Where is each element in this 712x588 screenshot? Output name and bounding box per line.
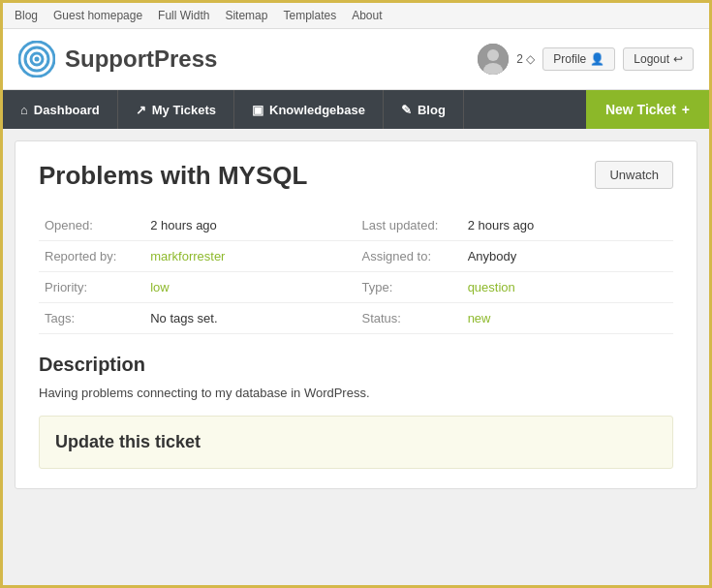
content-area: Problems with MYSQL Unwatch Opened: 2 ho… [15,140,697,489]
nav-dashboard[interactable]: ⌂ Dashboard [3,90,118,129]
logout-icon: ↩ [673,52,683,66]
opened-label: Opened: [39,210,144,241]
detail-row-reporter: Reported by: markforrester Assigned to: … [39,241,673,272]
detail-row-priority: Priority: low Type: question [39,272,673,303]
dashboard-icon: ⌂ [20,103,28,117]
topnav-full-width[interactable]: Full Width [158,9,209,22]
status-label: Status: [356,303,461,334]
tickets-icon: ↗ [136,103,146,117]
topnav-templates[interactable]: Templates [283,9,336,22]
topnav-sitemap[interactable]: Sitemap [225,9,267,22]
update-box: Update this ticket [39,416,673,469]
logout-button[interactable]: Logout ↩ [623,47,694,71]
topnav-about[interactable]: About [352,9,382,22]
blog-icon: ✎ [401,103,412,117]
type-label: Type: [356,272,461,303]
opened-value: 2 hours ago [144,210,356,241]
profile-button[interactable]: Profile 👤 [542,47,615,71]
topnav-blog[interactable]: Blog [15,9,38,22]
unwatch-button[interactable]: Unwatch [595,161,673,189]
profile-icon: 👤 [590,52,604,66]
knowledge-icon: ▣ [252,103,263,117]
user-area: 2 ◇ Profile 👤 Logout ↩ [478,44,694,75]
reported-by-value[interactable]: markforrester [144,241,356,272]
last-updated-value: 2 hours ago [462,210,673,241]
nav-my-tickets[interactable]: ↗ My Tickets [118,90,234,129]
status-value: new [462,303,673,334]
main-nav: ⌂ Dashboard ↗ My Tickets ▣ Knowledgebase… [3,90,709,129]
update-box-title: Update this ticket [55,432,657,452]
detail-row-tags: Tags: No tags set. Status: new [39,303,673,334]
nav-blog[interactable]: ✎ Blog [384,90,464,129]
notification-count: 2 ◇ [516,52,535,66]
reported-by-label: Reported by: [39,241,144,272]
logo-icon [18,41,55,77]
plus-icon: + [682,102,690,117]
ticket-header: Problems with MYSQL Unwatch [39,161,673,191]
logo-area: SupportPress [18,41,217,77]
priority-label: Priority: [39,272,144,303]
header: SupportPress 2 ◇ Profile 👤 Logout ↩ [3,29,709,90]
logo-text: SupportPress [65,46,217,73]
type-value: question [462,272,673,303]
description-title: Description [39,354,673,376]
assigned-to-value: Anybody [462,241,673,272]
new-ticket-button[interactable]: New Ticket + [586,90,709,129]
detail-row-opened: Opened: 2 hours ago Last updated: 2 hour… [39,210,673,241]
svg-point-3 [35,57,40,62]
ticket-details-table: Opened: 2 hours ago Last updated: 2 hour… [39,210,673,334]
tags-value: No tags set. [144,303,356,334]
avatar [478,44,509,75]
description-text: Having problems connecting to my databas… [39,386,673,400]
nav-knowledgebase[interactable]: ▣ Knowledgebase [234,90,384,129]
top-nav: Blog Guest homepage Full Width Sitemap T… [3,3,709,29]
tags-label: Tags: [39,303,144,334]
priority-value: low [144,272,356,303]
ticket-title: Problems with MYSQL [39,161,307,191]
assigned-to-label: Assigned to: [356,241,461,272]
topnav-guest-homepage[interactable]: Guest homepage [53,9,142,22]
svg-point-5 [487,49,499,61]
last-updated-label: Last updated: [356,210,461,241]
